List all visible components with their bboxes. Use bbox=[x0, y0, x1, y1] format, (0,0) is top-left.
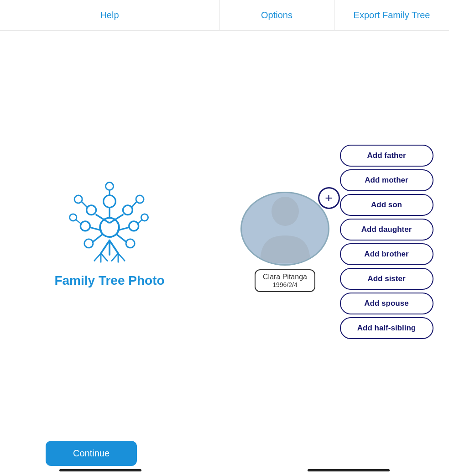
header-left: Help bbox=[0, 10, 219, 21]
svg-point-33 bbox=[105, 182, 113, 190]
add-relative-button[interactable]: + bbox=[318, 187, 340, 209]
svg-point-20 bbox=[74, 195, 82, 203]
app-header: Help Options Export Family Tree bbox=[0, 0, 449, 31]
left-panel: Family Tree Photo bbox=[0, 31, 219, 453]
svg-line-28 bbox=[137, 220, 142, 224]
svg-point-24 bbox=[80, 221, 90, 231]
svg-line-15 bbox=[93, 234, 103, 242]
svg-point-27 bbox=[129, 221, 139, 231]
svg-point-31 bbox=[126, 239, 135, 248]
action-buttons-panel: Add father Add mother Add son Add daught… bbox=[340, 145, 433, 339]
svg-line-6 bbox=[112, 253, 118, 261]
avatar-container: + Clara Pitanga 1996/2/4 bbox=[235, 192, 335, 292]
svg-point-34 bbox=[271, 197, 299, 226]
help-link[interactable]: Help bbox=[100, 10, 119, 21]
bottom-indicator-right bbox=[308, 469, 390, 471]
add-father-button[interactable]: Add father bbox=[340, 145, 433, 167]
svg-point-26 bbox=[70, 214, 77, 221]
svg-line-8 bbox=[118, 253, 125, 261]
options-nav[interactable]: Options bbox=[219, 0, 334, 31]
svg-line-25 bbox=[76, 220, 82, 224]
svg-line-3 bbox=[94, 253, 101, 261]
person-silhouette-icon bbox=[256, 192, 315, 265]
app-title: Family Tree Photo bbox=[54, 273, 164, 288]
right-panel: + Clara Pitanga 1996/2/4 Add father Add … bbox=[219, 31, 449, 453]
svg-point-18 bbox=[87, 205, 96, 215]
person-info-box[interactable]: Clara Pitanga 1996/2/4 bbox=[255, 269, 315, 292]
svg-line-5 bbox=[101, 253, 107, 261]
header-right: Options Export Family Tree bbox=[219, 0, 449, 31]
bottom-indicators bbox=[0, 469, 449, 471]
svg-point-29 bbox=[141, 214, 148, 221]
export-link[interactable]: Export Family Tree bbox=[354, 10, 430, 21]
export-nav[interactable]: Export Family Tree bbox=[334, 0, 449, 31]
bottom-indicator-left bbox=[59, 469, 141, 471]
main-content: Family Tree Photo + Clara Pitanga 1996/2… bbox=[0, 31, 449, 453]
add-daughter-button[interactable]: Add daughter bbox=[340, 219, 433, 241]
svg-point-23 bbox=[136, 195, 144, 203]
svg-line-16 bbox=[116, 234, 126, 242]
svg-point-17 bbox=[104, 195, 116, 208]
add-brother-button[interactable]: Add brother bbox=[340, 243, 433, 265]
svg-line-19 bbox=[81, 201, 88, 208]
person-area: + Clara Pitanga 1996/2/4 Add father Add … bbox=[235, 145, 433, 339]
svg-point-30 bbox=[84, 239, 93, 248]
add-son-button[interactable]: Add son bbox=[340, 194, 433, 216]
tree-illustration bbox=[66, 178, 153, 264]
svg-point-21 bbox=[123, 205, 132, 215]
svg-line-22 bbox=[131, 201, 137, 208]
add-half-sibling-button[interactable]: Add half-sibling bbox=[340, 317, 433, 339]
svg-line-0 bbox=[101, 241, 110, 254]
options-link[interactable]: Options bbox=[261, 10, 292, 21]
add-mother-button[interactable]: Add mother bbox=[340, 169, 433, 191]
person-dob: 1996/2/4 bbox=[263, 281, 307, 288]
avatar[interactable] bbox=[240, 192, 329, 266]
svg-line-2 bbox=[110, 241, 118, 254]
add-spouse-button[interactable]: Add spouse bbox=[340, 293, 433, 314]
add-sister-button[interactable]: Add sister bbox=[340, 268, 433, 290]
person-name: Clara Pitanga bbox=[263, 273, 307, 281]
continue-button[interactable]: Continue bbox=[46, 441, 137, 466]
